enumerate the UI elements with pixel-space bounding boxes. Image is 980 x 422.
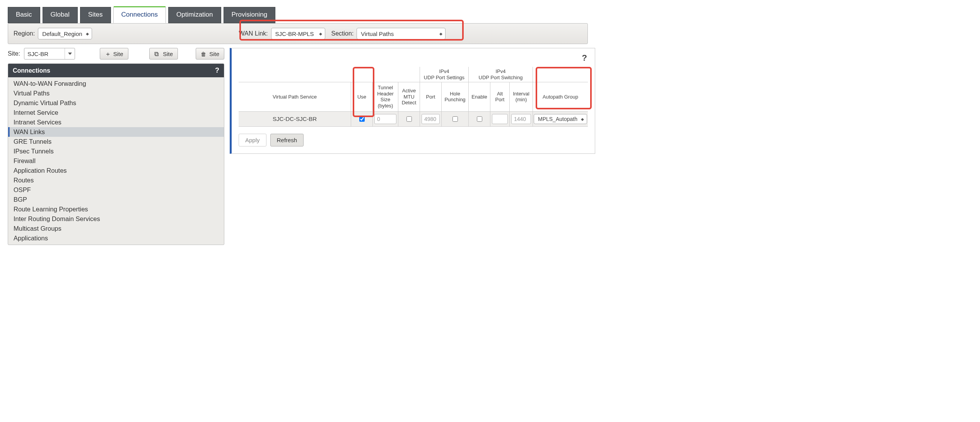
group-header-ipv4-settings: IPv4 UDP Port Settings [420,67,468,82]
tab-global[interactable]: Global [43,7,78,23]
col-alt-port: Alt Port [490,82,509,111]
sidebar-item-wan-links[interactable]: WAN Links [8,127,224,137]
sidebar-item-dynamic-virtual-paths[interactable]: Dynamic Virtual Paths [8,98,224,108]
chevron-down-icon [65,48,75,59]
section-select-value: Virtual Paths [361,31,394,37]
nav-panel: Connections ? WAN-to-WAN ForwardingVirtu… [8,63,224,245]
delete-site-label: Site [209,51,219,57]
enable-checkbox[interactable] [477,116,482,122]
sidebar-item-ospf[interactable]: OSPF [8,185,224,195]
tab-provisioning[interactable]: Provisioning [224,7,276,23]
sidebar-item-inter-routing-domain-services[interactable]: Inter Routing Domain Services [8,214,224,224]
top-tab-bar: Basic Global Sites Connections Optimizat… [0,0,596,23]
refresh-button[interactable]: Refresh [270,134,304,146]
hole-punching-checkbox[interactable] [452,116,458,122]
sidebar-item-application-routes[interactable]: Application Routes [8,166,224,175]
autopath-group-value: MPLS_Autopath [538,116,577,122]
help-icon[interactable]: ? [215,66,219,75]
col-interval: Interval (min) [509,82,533,111]
sidebar-item-applications[interactable]: Applications [8,233,224,243]
group-header-ipv4-switching: IPv4 UDP Port Switching [468,67,533,82]
section-select[interactable]: Virtual Paths [357,28,446,39]
col-active-mtu: Active MTU Detect [398,82,420,111]
sidebar-item-wan-to-wan-forwarding[interactable]: WAN-to-WAN Forwarding [8,79,224,88]
sidebar-item-gre-tunnels[interactable]: GRE Tunnels [8,137,224,146]
delete-site-button[interactable]: Site [196,48,224,60]
nav-header: Connections ? [8,64,224,77]
apply-button[interactable]: Apply [239,134,266,146]
col-enable: Enable [468,82,490,111]
nav-header-title: Connections [13,67,50,74]
sidebar-item-virtual-paths[interactable]: Virtual Paths [8,88,224,98]
plus-icon [105,51,111,57]
col-port: Port [420,82,441,111]
port-input[interactable] [422,114,440,124]
tab-optimization[interactable]: Optimization [168,7,221,23]
toolbar: Region: Default_Region WAN Link: SJC-BR-… [8,23,588,44]
tunnel-header-size-input[interactable] [374,114,396,124]
sidebar-item-firewall[interactable]: Firewall [8,156,224,166]
nav-list: WAN-to-WAN ForwardingVirtual PathsDynami… [8,77,224,245]
autopath-group-select[interactable]: MPLS_Autopath [534,114,587,124]
region-select-value: Default_Region [42,31,82,37]
copy-site-button[interactable]: Site [149,48,178,60]
col-vps: Virtual Path Service [239,82,351,111]
sidebar-item-route-learning-properties[interactable]: Route Learning Properties [8,204,224,214]
sidebar-item-routes[interactable]: Routes [8,175,224,185]
wan-link-select[interactable]: SJC-BR-MPLS [271,28,325,39]
col-tunnel-header-size: Tunnel Header Size (bytes) [372,82,398,111]
use-checkbox[interactable] [359,116,365,122]
site-select-value: SJC-BR [27,51,48,57]
tab-connections[interactable]: Connections [113,7,166,23]
col-use: Use [351,82,372,111]
sidebar-item-bgp[interactable]: BGP [8,195,224,204]
site-label: Site: [8,50,20,57]
sidebar-item-multicast-groups[interactable]: Multicast Groups [8,224,224,233]
interval-input[interactable] [511,114,531,124]
table-row: SJC-DC-SJC-BR MPLS_Autopath [239,112,588,127]
add-site-label: Site [113,51,123,57]
content-card: ? IPv4 UDP Port Settings IPv4 UDP Port S… [230,48,595,154]
sidebar-item-ipsec-tunnels[interactable]: IPsec Tunnels [8,146,224,156]
region-label: Region: [14,30,35,37]
sidebar-item-internet-service[interactable]: Internet Service [8,108,224,117]
help-icon[interactable]: ? [582,53,587,63]
sidebar-item-intranet-services[interactable]: Intranet Services [8,117,224,127]
col-autopath: Autopath Group [533,82,588,111]
region-select[interactable]: Default_Region [38,28,92,39]
wan-link-label: WAN Link: [239,30,268,37]
alt-port-input[interactable] [492,114,508,124]
tab-basic[interactable]: Basic [8,7,40,23]
wan-link-select-value: SJC-BR-MPLS [275,31,314,37]
copy-site-label: Site [163,51,173,57]
tab-sites[interactable]: Sites [80,7,111,23]
add-site-button[interactable]: Site [100,48,128,60]
cell-vps: SJC-DC-SJC-BR [239,112,351,126]
active-mtu-checkbox[interactable] [406,116,412,122]
col-hole-punching: Hole Punching [441,82,468,111]
site-select[interactable]: SJC-BR [24,48,75,60]
copy-icon [154,51,160,57]
trash-icon [201,51,207,57]
virtual-path-grid: IPv4 UDP Port Settings IPv4 UDP Port Swi… [239,67,588,127]
site-toolbar: Site: SJC-BR Site Site Sit [8,48,224,63]
section-label: Section: [331,30,354,37]
